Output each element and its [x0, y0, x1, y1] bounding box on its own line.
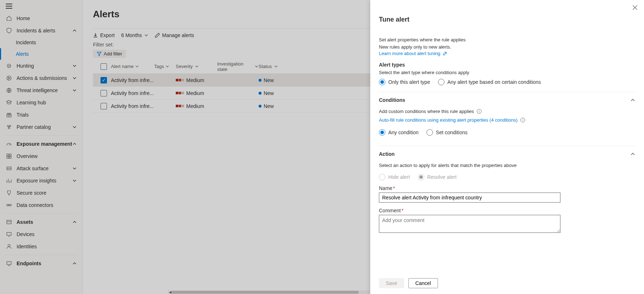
chevron-up-icon — [630, 98, 635, 103]
info-icon[interactable]: i — [477, 109, 482, 114]
action-title: Action — [379, 151, 395, 157]
radio-label: Resolve alert — [427, 174, 457, 180]
conditions-sub: Add custom conditions where this rule ap… — [379, 108, 474, 115]
comment-field-label: Comment* — [379, 208, 635, 213]
name-field-label: Name* — [379, 185, 635, 191]
radio-label: Set conditions — [436, 130, 468, 135]
external-link-icon — [443, 51, 447, 56]
radio-any-condition[interactable]: Any condition — [379, 129, 419, 136]
autofill-label: Auto-fill rule conditions using existing… — [379, 117, 518, 123]
learn-more-label: Learn more about alert tuning — [379, 51, 440, 56]
panel-title: Tune alert — [379, 16, 635, 23]
radio-icon — [379, 79, 385, 85]
autofill-conditions-link[interactable]: Auto-fill rule conditions using existing… — [379, 117, 518, 123]
learn-more-link[interactable]: Learn more about alert tuning — [379, 51, 447, 56]
panel-footer: Save Cancel — [370, 278, 644, 294]
save-button[interactable]: Save — [379, 278, 404, 288]
radio-icon — [426, 129, 433, 136]
close-button[interactable] — [632, 5, 638, 10]
action-sub: Select an action to apply for alerts tha… — [379, 162, 635, 169]
radio-label: Only this alert type — [388, 79, 430, 85]
chevron-up-icon — [630, 151, 635, 157]
radio-hide-alert: Hide alert — [379, 174, 410, 180]
radio-set-conditions[interactable]: Set conditions — [426, 129, 468, 136]
conditions-title: Conditions — [379, 97, 405, 103]
alert-types-sub: Select the alert type where conditions a… — [379, 70, 635, 75]
cancel-button[interactable]: Cancel — [408, 278, 438, 288]
name-input[interactable] — [379, 193, 560, 203]
panel-description-1: Set alert properties where the rule appl… — [379, 36, 635, 44]
comment-textarea[interactable] — [379, 215, 560, 233]
radio-icon — [379, 129, 385, 136]
action-section-toggle[interactable]: Action — [379, 146, 635, 157]
radio-label: Any alert type based on certain conditio… — [447, 79, 541, 85]
panel-description-2: New rules apply only to new alerts. — [379, 44, 635, 51]
radio-icon — [418, 174, 424, 180]
conditions-section-toggle[interactable]: Conditions — [379, 92, 635, 103]
radio-label: Hide alert — [388, 174, 410, 180]
radio-any-alert-type[interactable]: Any alert type based on certain conditio… — [438, 79, 541, 85]
radio-resolve-alert: Resolve alert — [418, 174, 457, 180]
info-icon[interactable]: i — [520, 118, 525, 122]
tune-alert-panel: Tune alert Set alert properties where th… — [370, 0, 644, 294]
radio-label: Any condition — [388, 130, 419, 135]
radio-icon — [379, 174, 385, 180]
alert-types-heading: Alert types — [379, 62, 635, 68]
radio-icon — [438, 79, 444, 85]
radio-only-alert-type[interactable]: Only this alert type — [379, 79, 430, 85]
